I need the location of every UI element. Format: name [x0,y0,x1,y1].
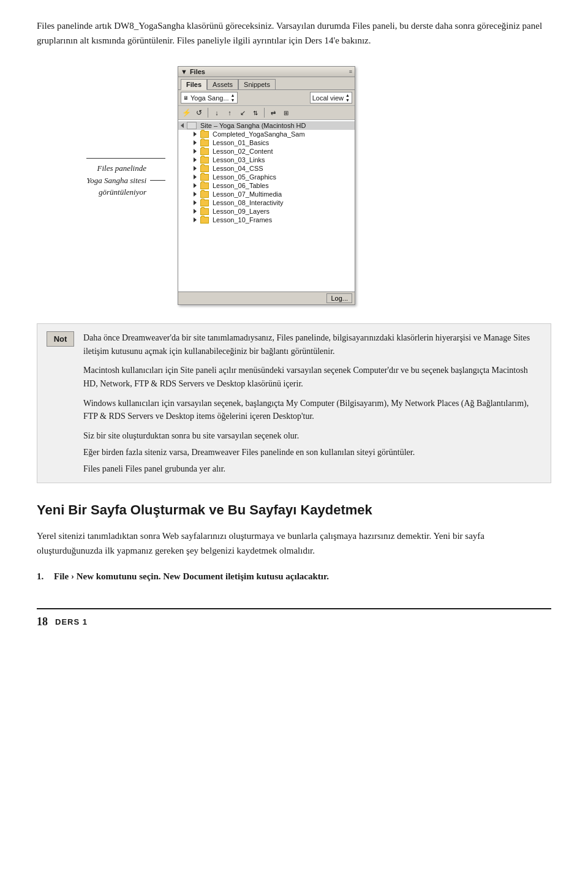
file-item-5[interactable]: Lesson_05_Graphics [178,173,355,181]
file-name-6: Lesson_06_Tables [213,182,269,189]
step-1: 1. File › New komutunu seçin. New Docume… [37,569,551,584]
file-item-10[interactable]: Lesson_10_Frames [178,216,355,224]
get-icon[interactable]: ↓ [211,107,222,118]
page-label: DERS 1 [55,617,88,626]
file-item-0[interactable]: Completed_YogaSangha_Sam [178,130,355,138]
section-paragraph-1: Yerel sitenizi tanımladıktan sonra Web s… [37,529,551,558]
file-name-1: Lesson_01_Basics [213,139,269,146]
refresh-icon[interactable]: ↺ [194,107,205,118]
file-name-3: Lesson_03_Links [213,156,265,164]
site-root-label: Site – Yoga Sangha (Macintosh HD [200,122,306,129]
file-name-4: Lesson_04_CSS [213,165,263,172]
step-1-number: 1. [37,569,49,584]
intro-paragraph-1: Files panelinde artık DW8_YogaSangha kla… [37,18,551,48]
file-item-4[interactable]: Lesson_04_CSS [178,164,355,173]
note-macintosh: Macintosh kullanıcıları için Site paneli… [83,364,541,390]
file-item-root[interactable]: Site – Yoga Sangha (Macintosh HD [178,121,355,130]
file-name-8: Lesson_08_Interactivity [213,199,284,206]
file-item-9[interactable]: Lesson_09_Layers [178,207,355,216]
panel-titlebar: ▼ Files ≡ [178,67,355,77]
file-name-0: Completed_YogaSangha_Sam [213,130,305,138]
note-text: Daha önce Dreamweaver'da bir site tanıml… [83,331,541,475]
note-site: Siz bir site oluşturduktan sonra bu site… [83,429,541,443]
note-label: Not [47,331,74,347]
file-name-9: Lesson_09_Layers [213,208,270,215]
note-box: Not Daha önce Dreamweaver'da bir site ta… [37,323,551,483]
file-item-7[interactable]: Lesson_07_Multimedia [178,190,355,198]
view-selector[interactable]: Local view [312,94,344,102]
page-number: 18 [37,615,48,628]
panel-statusbar: Log... [178,292,355,304]
section-heading: Yeni Bir Sayfa Oluşturmak ve Bu Sayfayı … [37,502,551,519]
file-item-1[interactable]: Lesson_01_Basics [178,138,355,147]
tab-snippets[interactable]: Snippets [238,79,276,89]
panel-file-list: Site – Yoga Sangha (Macintosh HD Complet… [178,120,355,292]
file-item-8[interactable]: Lesson_08_Interactivity [178,198,355,207]
file-name-2: Lesson_02_Content [213,148,273,155]
tab-assets[interactable]: Assets [207,79,238,89]
page-footer: 18 DERS 1 [37,608,551,628]
check-out-icon[interactable]: ↙ [237,107,248,118]
figure-caption: Files panelinde Yoga Sangha sitesi görün… [86,162,146,198]
files-panel-screenshot: ▼ Files ≡ Files Assets Snippets 🖥 Yoga S… [178,66,355,305]
panel-toolbar-row1: 🖥 Yoga Sang... ▲ ▼ Local view ▲ ▼ [178,90,355,106]
note-multi-site: Eğer birden fazla siteniz varsa, Dreamwe… [83,446,541,459]
note-windows: Windows kullanıcıları için varsayılan se… [83,397,541,423]
step-1-text: File › New komutunu seçin. New Document … [54,569,329,584]
site-selector[interactable]: Yoga Sang... [190,94,229,102]
log-button[interactable]: Log... [326,293,352,303]
note-group: Files paneli Files panel grubunda yer al… [83,462,541,476]
put-icon[interactable]: ↑ [224,107,235,118]
file-name-5: Lesson_05_Graphics [213,173,276,181]
file-item-3[interactable]: Lesson_03_Links [178,156,355,164]
file-name-7: Lesson_07_Multimedia [213,190,282,198]
panel-toolbar-row2: ⚡ ↺ ↓ ↑ ↙ ⇅ ⇄ ⊞ [178,106,355,120]
sync-icon[interactable]: ⇄ [268,107,279,118]
tab-files[interactable]: Files [181,79,207,90]
check-in-icon[interactable]: ⇅ [250,107,261,118]
figure-section: Files panelinde Yoga Sangha sitesi görün… [37,66,551,305]
file-item-6[interactable]: Lesson_06_Tables [178,181,355,190]
file-name-10: Lesson_10_Frames [213,216,272,224]
panel-title: Files [190,68,205,75]
connect-icon[interactable]: ⚡ [181,107,192,118]
expand-icon[interactable]: ⊞ [281,107,292,118]
panel-tabs[interactable]: Files Assets Snippets [178,77,355,90]
file-item-2[interactable]: Lesson_02_Content [178,147,355,156]
